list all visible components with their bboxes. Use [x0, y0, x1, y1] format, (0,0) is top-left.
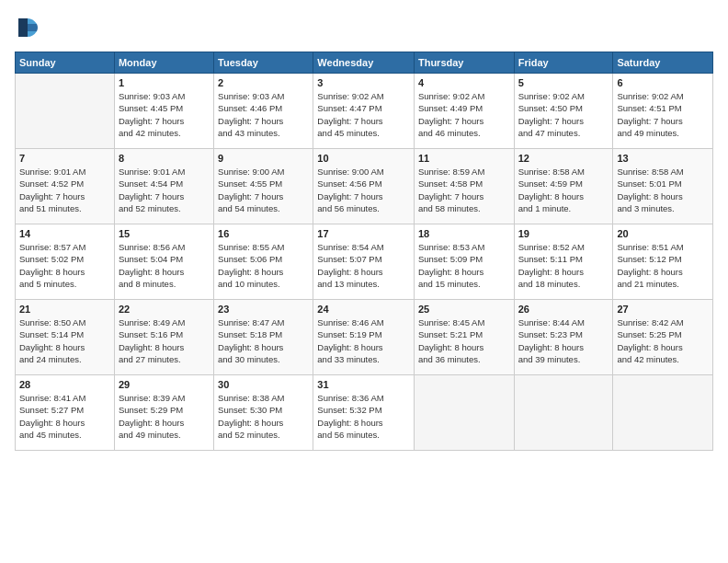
logo: [15, 15, 44, 40]
day-info: Sunrise: 8:56 AM Sunset: 5:04 PM Dayligh…: [119, 241, 210, 290]
day-header-sunday: Sunday: [16, 52, 115, 74]
day-info: Sunrise: 8:42 AM Sunset: 5:25 PM Dayligh…: [617, 316, 709, 365]
calendar-cell: 28Sunrise: 8:41 AM Sunset: 5:27 PM Dayli…: [16, 375, 115, 451]
calendar-cell: 17Sunrise: 8:54 AM Sunset: 5:07 PM Dayli…: [313, 224, 415, 300]
calendar-cell: 31Sunrise: 8:36 AM Sunset: 5:32 PM Dayli…: [313, 375, 415, 451]
day-number: 19: [518, 228, 609, 239]
day-number: 10: [317, 153, 410, 164]
day-info: Sunrise: 9:00 AM Sunset: 4:55 PM Dayligh…: [218, 166, 309, 214]
day-number: 15: [119, 228, 210, 239]
day-info: Sunrise: 8:50 AM Sunset: 5:14 PM Dayligh…: [19, 316, 110, 365]
day-info: Sunrise: 8:53 AM Sunset: 5:09 PM Dayligh…: [418, 241, 510, 290]
day-info: Sunrise: 8:41 AM Sunset: 5:27 PM Dayligh…: [19, 392, 110, 441]
day-info: Sunrise: 8:36 AM Sunset: 5:32 PM Dayligh…: [317, 392, 410, 441]
day-number: 11: [418, 153, 510, 164]
header: [15, 15, 713, 40]
day-number: 5: [518, 77, 609, 88]
day-number: 30: [218, 379, 309, 390]
day-header-friday: Friday: [514, 52, 613, 74]
day-info: Sunrise: 9:02 AM Sunset: 4:51 PM Dayligh…: [617, 90, 709, 139]
calendar-cell: 4Sunrise: 9:02 AM Sunset: 4:49 PM Daylig…: [414, 74, 514, 149]
calendar-cell: 7Sunrise: 9:01 AM Sunset: 4:52 PM Daylig…: [16, 149, 115, 224]
day-info: Sunrise: 9:02 AM Sunset: 4:49 PM Dayligh…: [418, 90, 510, 139]
day-number: 16: [218, 228, 309, 239]
calendar-cell: 21Sunrise: 8:50 AM Sunset: 5:14 PM Dayli…: [16, 300, 115, 375]
calendar-cell: 24Sunrise: 8:46 AM Sunset: 5:19 PM Dayli…: [313, 300, 415, 375]
calendar-cell: 26Sunrise: 8:44 AM Sunset: 5:23 PM Dayli…: [514, 300, 613, 375]
day-number: 18: [418, 228, 510, 239]
day-info: Sunrise: 9:03 AM Sunset: 4:46 PM Dayligh…: [218, 90, 309, 139]
day-info: Sunrise: 8:46 AM Sunset: 5:19 PM Dayligh…: [317, 316, 410, 365]
day-info: Sunrise: 8:59 AM Sunset: 4:58 PM Dayligh…: [418, 166, 510, 214]
week-row-2: 7Sunrise: 9:01 AM Sunset: 4:52 PM Daylig…: [16, 149, 713, 224]
calendar-header-row: SundayMondayTuesdayWednesdayThursdayFrid…: [16, 52, 713, 74]
calendar-cell: 10Sunrise: 9:00 AM Sunset: 4:56 PM Dayli…: [313, 149, 415, 224]
day-info: Sunrise: 9:01 AM Sunset: 4:54 PM Dayligh…: [119, 166, 210, 214]
day-info: Sunrise: 9:03 AM Sunset: 4:45 PM Dayligh…: [119, 90, 210, 139]
day-info: Sunrise: 8:45 AM Sunset: 5:21 PM Dayligh…: [418, 316, 510, 365]
day-header-wednesday: Wednesday: [313, 52, 415, 74]
calendar-cell: 11Sunrise: 8:59 AM Sunset: 4:58 PM Dayli…: [414, 149, 514, 224]
day-number: 31: [317, 379, 410, 390]
day-info: Sunrise: 8:52 AM Sunset: 5:11 PM Dayligh…: [518, 241, 609, 290]
day-number: 29: [119, 379, 210, 390]
day-info: Sunrise: 9:00 AM Sunset: 4:56 PM Dayligh…: [317, 166, 410, 214]
day-number: 2: [218, 77, 309, 88]
day-header-saturday: Saturday: [613, 52, 713, 74]
calendar-cell: [414, 375, 514, 451]
day-number: 25: [418, 304, 510, 315]
day-number: 24: [317, 304, 410, 315]
day-number: 6: [617, 77, 709, 88]
day-header-thursday: Thursday: [414, 52, 514, 74]
day-number: 21: [19, 304, 110, 315]
day-info: Sunrise: 8:39 AM Sunset: 5:29 PM Dayligh…: [119, 392, 210, 441]
calendar-cell: 12Sunrise: 8:58 AM Sunset: 4:59 PM Dayli…: [514, 149, 613, 224]
week-row-5: 28Sunrise: 8:41 AM Sunset: 5:27 PM Dayli…: [16, 375, 713, 451]
calendar-cell: 22Sunrise: 8:49 AM Sunset: 5:16 PM Dayli…: [114, 300, 213, 375]
day-number: 12: [518, 153, 609, 164]
week-row-3: 14Sunrise: 8:57 AM Sunset: 5:02 PM Dayli…: [16, 224, 713, 300]
day-info: Sunrise: 9:02 AM Sunset: 4:50 PM Dayligh…: [518, 90, 609, 139]
day-info: Sunrise: 8:51 AM Sunset: 5:12 PM Dayligh…: [617, 241, 709, 290]
day-number: 22: [119, 304, 210, 315]
calendar-cell: 5Sunrise: 9:02 AM Sunset: 4:50 PM Daylig…: [514, 74, 613, 149]
day-info: Sunrise: 8:54 AM Sunset: 5:07 PM Dayligh…: [317, 241, 410, 290]
calendar-cell: 23Sunrise: 8:47 AM Sunset: 5:18 PM Dayli…: [214, 300, 313, 375]
calendar-cell: 19Sunrise: 8:52 AM Sunset: 5:11 PM Dayli…: [514, 224, 613, 300]
day-number: 13: [617, 153, 709, 164]
day-number: 17: [317, 228, 410, 239]
day-number: 9: [218, 153, 309, 164]
calendar-cell: 6Sunrise: 9:02 AM Sunset: 4:51 PM Daylig…: [613, 74, 713, 149]
day-number: 1: [119, 77, 210, 88]
day-number: 8: [119, 153, 210, 164]
svg-rect-1: [18, 18, 28, 37]
day-number: 3: [317, 77, 410, 88]
calendar-cell: 15Sunrise: 8:56 AM Sunset: 5:04 PM Dayli…: [114, 224, 213, 300]
calendar-cell: 8Sunrise: 9:01 AM Sunset: 4:54 PM Daylig…: [114, 149, 213, 224]
day-number: 27: [617, 304, 709, 315]
calendar-cell: 3Sunrise: 9:02 AM Sunset: 4:47 PM Daylig…: [313, 74, 415, 149]
calendar-cell: 30Sunrise: 8:38 AM Sunset: 5:30 PM Dayli…: [214, 375, 313, 451]
day-header-monday: Monday: [114, 52, 213, 74]
calendar-cell: [613, 375, 713, 451]
day-number: 7: [19, 153, 110, 164]
calendar-cell: 27Sunrise: 8:42 AM Sunset: 5:25 PM Dayli…: [613, 300, 713, 375]
calendar-cell: [16, 74, 115, 149]
calendar-cell: 13Sunrise: 8:58 AM Sunset: 5:01 PM Dayli…: [613, 149, 713, 224]
calendar-cell: 20Sunrise: 8:51 AM Sunset: 5:12 PM Dayli…: [613, 224, 713, 300]
day-info: Sunrise: 8:58 AM Sunset: 4:59 PM Dayligh…: [518, 166, 609, 214]
day-number: 14: [19, 228, 110, 239]
page: SundayMondayTuesdayWednesdayThursdayFrid…: [0, 0, 728, 563]
day-info: Sunrise: 8:55 AM Sunset: 5:06 PM Dayligh…: [218, 241, 309, 290]
day-info: Sunrise: 8:38 AM Sunset: 5:30 PM Dayligh…: [218, 392, 309, 441]
day-number: 23: [218, 304, 309, 315]
calendar-cell: 16Sunrise: 8:55 AM Sunset: 5:06 PM Dayli…: [214, 224, 313, 300]
week-row-4: 21Sunrise: 8:50 AM Sunset: 5:14 PM Dayli…: [16, 300, 713, 375]
day-info: Sunrise: 8:44 AM Sunset: 5:23 PM Dayligh…: [518, 316, 609, 365]
day-number: 20: [617, 228, 709, 239]
calendar-cell: 18Sunrise: 8:53 AM Sunset: 5:09 PM Dayli…: [414, 224, 514, 300]
week-row-1: 1Sunrise: 9:03 AM Sunset: 4:45 PM Daylig…: [16, 74, 713, 149]
day-info: Sunrise: 9:02 AM Sunset: 4:47 PM Dayligh…: [317, 90, 410, 139]
day-info: Sunrise: 8:58 AM Sunset: 5:01 PM Dayligh…: [617, 166, 709, 214]
calendar-cell: 1Sunrise: 9:03 AM Sunset: 4:45 PM Daylig…: [114, 74, 213, 149]
